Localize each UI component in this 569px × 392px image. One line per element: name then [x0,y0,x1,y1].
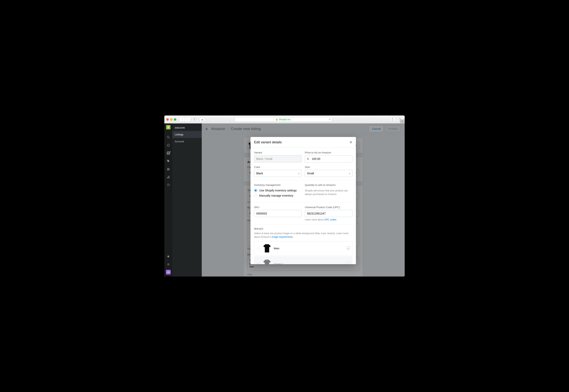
browser-toolbar: ‹ › ☁ 🔒 Shopify Inc. ⟳ + [164,115,405,124]
upc-help-text: Learn more about [305,218,324,221]
svg-rect-0 [194,118,196,120]
svg-point-3 [167,136,169,138]
maximize-window[interactable] [174,118,176,121]
analytics-icon[interactable] [164,174,172,180]
close-window[interactable] [166,118,169,121]
images-description: Select at least one product image on a w… [254,232,352,239]
upc-label: Universal Product Code (UPC) [305,206,352,209]
discounts-icon[interactable] [164,182,172,187]
upc-codes-link[interactable]: UPC codes [324,218,336,221]
image-checkbox[interactable] [347,262,350,264]
image-checkbox[interactable]: ✓ [347,247,350,250]
inventory-label: Inventory management [254,183,302,186]
settings-icon[interactable]: ⚙ [164,262,172,267]
sidebar-item-account[interactable]: Account [172,138,202,145]
radio-icon [254,189,257,192]
inventory-option-manual[interactable]: Manually manage inventory [254,194,302,197]
sidebar-item-listings[interactable]: Listings [172,131,202,138]
customers-icon[interactable] [164,166,172,171]
radio-icon [254,194,257,197]
size-select[interactable]: Small [305,170,352,177]
price-input[interactable]: $ [305,155,352,162]
refresh-icon[interactable]: ⟳ [329,118,331,121]
color-select[interactable]: Black [254,170,302,177]
color-label: Color [254,166,302,168]
minimize-window[interactable] [170,118,173,121]
icon-rail: S [164,124,172,277]
size-label: Size [305,166,352,168]
sku-label: SKU [254,206,302,209]
variant-label: Variant [254,151,302,154]
svg-point-8 [169,168,170,169]
images-heading: IMAGES [254,228,352,230]
sidebar: AMAZON Listings Account [172,124,202,277]
sku-input[interactable] [254,210,302,217]
svg-point-14 [266,259,268,260]
search-icon[interactable] [164,135,172,140]
variant-field: Black / Small [254,155,302,162]
image-row-2[interactable]: ⋮⋮ Image 2 [254,257,352,264]
site-name: Shopify Inc. [279,118,291,121]
currency-symbol: $ [305,157,311,160]
image-row-main[interactable]: ⋮⋮ Main ✓ [254,241,352,255]
sidebar-toggle-icon[interactable] [192,117,198,122]
svg-rect-10 [168,176,169,178]
share-icon[interactable] [390,117,395,122]
modal-overlay: Edit variant details ✕ Variant Black / S… [202,124,405,277]
close-icon[interactable]: ✕ [349,140,352,144]
svg-point-6 [168,160,168,161]
image-requirements-link[interactable]: image requirements [272,236,293,238]
cloud-icon[interactable]: ☁ [199,117,205,122]
price-label: Price to list on Amazon [305,151,352,154]
image-thumbnail [263,258,271,264]
inventory-option-shopify[interactable]: Use Shopify inventory settings [254,189,302,192]
drag-handle-icon[interactable]: ⋮⋮ [256,262,260,264]
window-controls [166,118,176,121]
edit-variant-modal: Edit variant details ✕ Variant Black / S… [250,137,356,264]
quantity-label: Quantity to sell on Amazon [305,183,352,186]
svg-rect-9 [167,177,168,178]
svg-rect-11 [169,176,170,178]
back-button[interactable]: ‹ [179,117,185,122]
orders-icon[interactable] [164,151,172,156]
forward-button[interactable]: › [185,117,190,122]
main-area: a Amazon / Create new listing Cancel Pub… [202,124,405,277]
apps-icon[interactable] [164,254,172,259]
shopify-logo[interactable]: S [166,125,171,129]
new-tab-button[interactable]: + [400,119,405,124]
image-thumbnail [263,243,271,254]
tag-icon[interactable] [164,158,172,164]
price-value[interactable] [311,155,352,162]
address-bar[interactable]: 🔒 Shopify Inc. ⟳ [234,117,332,122]
quantity-description: Shopify will ensure that your product ca… [305,189,352,196]
drag-handle-icon[interactable]: ⋮⋮ [256,247,260,250]
image-label: Main [274,247,344,250]
image-label: Image 2 [274,262,344,264]
upc-input[interactable] [305,210,352,217]
sidebar-title: AMAZON [172,124,202,131]
svg-rect-5 [167,152,170,154]
modal-title: Edit variant details [254,140,282,144]
user-avatar[interactable]: UN [166,270,171,275]
svg-line-4 [169,138,170,139]
nav-buttons: ‹ › [179,117,190,122]
svg-point-7 [167,168,168,169]
lock-icon: 🔒 [276,118,278,120]
home-icon[interactable] [164,142,172,148]
